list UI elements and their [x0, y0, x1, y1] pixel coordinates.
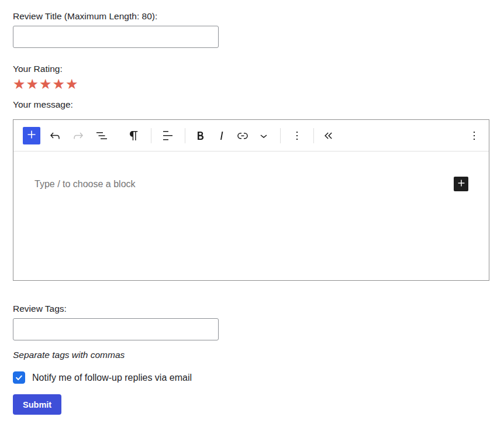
list-view-icon — [95, 129, 109, 143]
star-rating[interactable]: ★★★★★ — [13, 76, 504, 92]
italic-button[interactable] — [211, 124, 232, 147]
align-text-button[interactable] — [156, 124, 179, 147]
collapse-toolbar-button[interactable] — [318, 124, 339, 147]
double-chevron-left-icon — [322, 129, 336, 143]
bold-button[interactable] — [190, 124, 211, 147]
review-title-input[interactable] — [13, 26, 219, 48]
toolbar-divider — [185, 128, 185, 143]
block-placeholder[interactable]: Type / to choose a block — [34, 179, 136, 190]
undo-button[interactable] — [43, 124, 67, 147]
star-icon[interactable]: ★ — [39, 76, 52, 92]
review-tags-input[interactable] — [13, 318, 219, 340]
review-title-label: Review Title (Maximum Length: 80): — [13, 11, 504, 22]
submit-button[interactable]: Submit — [13, 394, 61, 415]
toolbar-divider — [151, 128, 151, 143]
chevron-down-icon — [257, 129, 271, 143]
paragraph-block-button[interactable] — [122, 124, 146, 147]
star-icon[interactable]: ★ — [65, 76, 78, 92]
editor-toolbar — [13, 120, 489, 151]
redo-button[interactable] — [67, 124, 90, 147]
document-overview-button[interactable] — [90, 124, 113, 147]
plus-icon — [455, 177, 467, 191]
toolbar-divider — [313, 128, 314, 143]
review-tags-label: Review Tags: — [13, 304, 504, 314]
star-icon[interactable]: ★ — [53, 76, 65, 92]
notify-row: Notify me of follow-up replies via email — [13, 371, 504, 384]
more-rich-text-button[interactable] — [253, 124, 274, 147]
inline-block-inserter-button[interactable] — [454, 177, 468, 191]
block-editor: Type / to choose a block — [13, 119, 489, 281]
block-inserter-button[interactable] — [23, 127, 40, 144]
bold-icon — [194, 129, 208, 143]
notify-checkbox[interactable] — [13, 371, 25, 384]
options-button[interactable] — [286, 124, 308, 147]
toolbar-divider — [280, 128, 281, 143]
italic-icon — [215, 129, 229, 143]
review-form: Review Title (Maximum Length: 80): Your … — [0, 0, 504, 415]
message-label: Your message: — [13, 99, 504, 110]
star-icon[interactable]: ★ — [13, 76, 26, 92]
undo-arrow-icon — [48, 129, 62, 143]
star-icon[interactable]: ★ — [26, 76, 39, 92]
kebab-vertical-icon — [290, 129, 304, 143]
chain-link-icon — [236, 129, 250, 143]
notify-label[interactable]: Notify me of follow-up replies via email — [32, 373, 192, 383]
tags-hint: Separate tags with commas — [13, 350, 504, 360]
kebab-vertical-icon — [467, 129, 481, 143]
plus-icon — [25, 128, 39, 143]
editor-canvas[interactable]: Type / to choose a block — [13, 151, 489, 280]
pilcrow-icon — [127, 129, 141, 143]
redo-arrow-icon — [71, 129, 85, 143]
align-left-icon — [161, 129, 175, 143]
editor-options-button[interactable] — [464, 124, 485, 147]
link-button[interactable] — [232, 124, 253, 147]
rating-label: Your Rating: — [13, 64, 504, 74]
